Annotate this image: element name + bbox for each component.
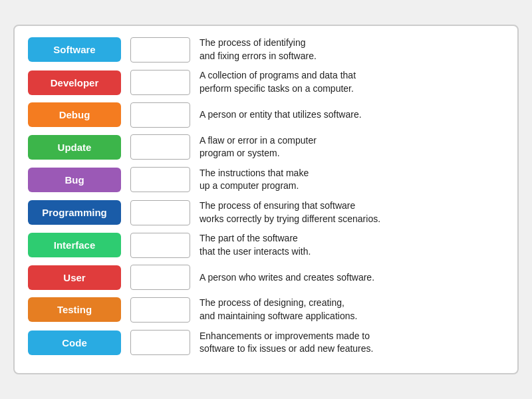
term-button-code[interactable]: Code: [28, 331, 121, 355]
match-box-code[interactable]: [130, 330, 190, 355]
match-box-testing[interactable]: [130, 297, 190, 323]
match-box-debug[interactable]: [130, 102, 190, 128]
definition-code: Enhancements or improvements made tosoft…: [200, 330, 504, 356]
term-button-debug[interactable]: Debug: [28, 102, 121, 127]
matching-activity: SoftwareThe process of identifyingand fi…: [13, 25, 519, 374]
matching-row: UpdateA flaw or error in a computerprogr…: [28, 134, 504, 160]
definition-software: The process of identifyingand fixing err…: [200, 37, 504, 63]
definition-interface: The part of the softwarethat the user in…: [200, 232, 504, 258]
definition-programming: The process of ensuring that softwarewor…: [200, 200, 504, 225]
match-box-update[interactable]: [130, 134, 190, 160]
term-button-bug[interactable]: Bug: [28, 168, 121, 192]
term-button-update[interactable]: Update: [28, 135, 121, 160]
match-box-interface[interactable]: [130, 233, 190, 258]
matching-row: TestingThe process of designing, creatin…: [28, 297, 504, 323]
match-box-programming[interactable]: [130, 200, 190, 225]
matching-row: BugThe instructions that makeup a comput…: [28, 167, 504, 193]
definition-developer: A collection of programs and data thatpe…: [200, 69, 504, 95]
definition-debug: A person or entity that utilizes softwar…: [200, 108, 504, 122]
matching-row: ProgrammingThe process of ensuring that …: [28, 200, 504, 225]
term-button-developer[interactable]: Developer: [28, 70, 121, 95]
term-button-software[interactable]: Software: [28, 37, 121, 62]
matching-row: InterfaceThe part of the softwarethat th…: [28, 232, 504, 258]
term-button-user[interactable]: User: [28, 265, 121, 290]
matching-row: SoftwareThe process of identifyingand fi…: [28, 37, 504, 63]
match-box-user[interactable]: [130, 265, 190, 290]
matching-row: UserA person who writes and creates soft…: [28, 265, 504, 290]
term-button-interface[interactable]: Interface: [28, 233, 121, 257]
term-button-programming[interactable]: Programming: [28, 200, 121, 225]
definition-testing: The process of designing, creating,and m…: [200, 297, 504, 323]
matching-row: DebugA person or entity that utilizes so…: [28, 102, 504, 128]
definition-user: A person who writes and creates software…: [200, 271, 504, 285]
matching-row: DeveloperA collection of programs and da…: [28, 69, 504, 95]
matching-row: CodeEnhancements or improvements made to…: [28, 330, 504, 356]
definition-update: A flaw or error in a computerprogram or …: [200, 134, 504, 160]
term-button-testing[interactable]: Testing: [28, 297, 121, 322]
definition-bug: The instructions that makeup a computer …: [200, 167, 504, 193]
match-box-bug[interactable]: [130, 167, 190, 192]
match-box-developer[interactable]: [130, 70, 190, 95]
match-box-software[interactable]: [130, 37, 190, 63]
